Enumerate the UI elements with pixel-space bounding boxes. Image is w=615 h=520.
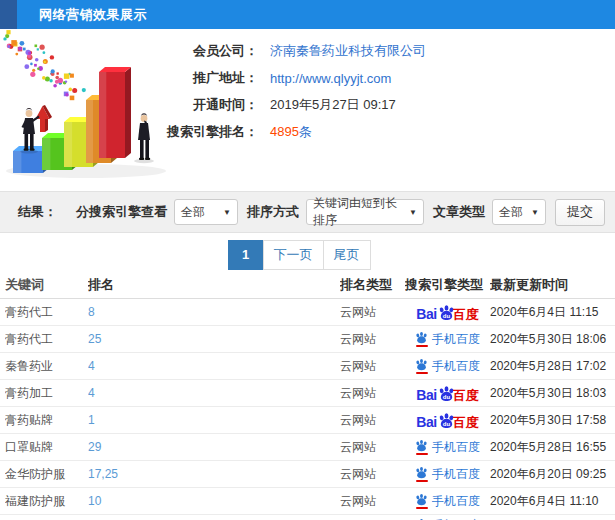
mobile-baidu-underline <box>416 507 428 509</box>
table-row: 秦鲁药业4云网站 手机百度 2020年5月28日 17:02 <box>0 353 615 380</box>
keyword-cell: 福建防护服 <box>5 493 88 510</box>
header-engine-type: 搜索引擎类型 <box>405 276 490 294</box>
svg-text:du: du <box>442 393 450 399</box>
open-time-value: 2019年5月27日 09:17 <box>270 96 396 114</box>
open-time-row: 开通时间： 2019年5月27日 09:17 <box>150 92 426 118</box>
engine-filter-label: 分搜索引擎查看 <box>76 203 167 221</box>
rank-link[interactable]: 17,25 <box>88 467 340 481</box>
rank-type-cell: 云网站 <box>340 331 405 348</box>
rank-link[interactable]: 25 <box>88 332 340 346</box>
engine-cell: 手机百度 <box>405 439 490 456</box>
table-row: 膏药贴牌1云网站 Bai du 百度 2020年5月30日 17:58 <box>0 407 615 434</box>
baidu-logo-cn: 百度 <box>453 416 479 429</box>
rank-link[interactable]: 10 <box>88 494 340 508</box>
header-rank-type: 排名类型 <box>340 276 405 294</box>
article-type-label: 文章类型 <box>433 203 485 221</box>
update-time-cell: 2020年5月30日 17:58 <box>490 412 615 429</box>
sort-filter-value: 关键词由短到长排序 <box>313 195 403 229</box>
titlebar: 网络营销效果展示 <box>0 0 615 29</box>
member-company-label: 会员公司： <box>150 42 258 60</box>
engine-rank-row: 搜索引擎排名： 4895条 <box>150 119 426 145</box>
promo-url-row: 推广地址： http://www.qlyyjt.com <box>150 65 426 91</box>
header-update-time: 最新更新时间 <box>490 276 615 294</box>
keyword-cell: 膏药贴牌 <box>5 412 88 429</box>
rank-type-cell: 云网站 <box>340 385 405 402</box>
promo-url-link[interactable]: http://www.qlyyjt.com <box>270 71 391 86</box>
mobile-baidu-label: 手机百度 <box>432 466 480 483</box>
rank-unit: 条 <box>299 124 312 139</box>
svg-text:du: du <box>442 312 450 318</box>
rank-count: 4895 <box>270 124 299 139</box>
engine-cell: 手机百度 <box>405 493 490 510</box>
table-row: 金华防护服17,25云网站 手机百度 2020年6月20日 09:25 <box>0 461 615 488</box>
baidu-paw-icon: du <box>438 304 455 321</box>
hero-section: 会员公司： 济南秦鲁药业科技有限公司 推广地址： http://www.qlyy… <box>0 29 615 187</box>
promo-url-label: 推广地址： <box>150 69 258 87</box>
pagination-last[interactable]: 尾页 <box>323 240 371 270</box>
sort-filter-select[interactable]: 关键词由短到长排序 ▼ <box>306 199 424 225</box>
engine-rank-value: 4895条 <box>270 123 312 141</box>
update-time-cell: 2020年5月30日 18:03 <box>490 385 615 402</box>
update-time-cell: 2020年6月4日 11:15 <box>490 304 615 321</box>
article-type-select[interactable]: 全部 ▼ <box>492 199 546 225</box>
rank-type-cell: 云网站 <box>340 493 405 510</box>
mobile-baidu-logo: 手机百度 <box>415 493 480 510</box>
rank-type-cell: 云网站 <box>340 358 405 375</box>
mobile-baidu-logo: 手机百度 <box>415 358 480 375</box>
mobile-baidu-logo: 手机百度 <box>415 331 480 348</box>
filter-controls: 分搜索引擎查看 全部 ▼ 排序方式 关键词由短到长排序 ▼ 文章类型 全部 ▼ … <box>76 199 605 226</box>
chevron-down-icon: ▼ <box>531 208 539 217</box>
update-time-cell: 2020年5月28日 17:02 <box>490 358 615 375</box>
filter-bar: 结果： 分搜索引擎查看 全部 ▼ 排序方式 关键词由短到长排序 ▼ 文章类型 全… <box>0 191 615 233</box>
submit-button[interactable]: 提交 <box>555 199 605 226</box>
sort-filter-label: 排序方式 <box>247 203 299 221</box>
mobile-baidu-logo: 手机百度 <box>415 439 480 456</box>
open-time-label: 开通时间： <box>150 96 258 114</box>
mobile-baidu-logo: 手机百度 <box>415 466 480 483</box>
rank-link[interactable]: 29 <box>88 440 340 454</box>
engine-cell: 手机百度 <box>405 358 490 375</box>
pagination-next[interactable]: 下一页 <box>263 240 324 270</box>
mobile-baidu-underline <box>416 372 428 374</box>
hero-illustration <box>0 30 172 184</box>
engine-rank-label: 搜索引擎排名： <box>150 123 258 141</box>
engine-cell: 手机百度 <box>405 515 490 520</box>
keyword-cell: 金华防护服 <box>5 466 88 483</box>
update-time-cell: 2020年5月28日 16:55 <box>490 439 615 456</box>
titlebar-left-accent <box>0 0 17 29</box>
rank-type-cell: 云网站 <box>340 439 405 456</box>
pagination: 1 下一页 尾页 <box>0 240 607 270</box>
table-row: 手机百度 <box>0 515 615 520</box>
baidu-paw-icon <box>415 439 428 452</box>
results-table-body: 膏药代工8云网站 Bai du 百度 2020年6月4日 11:15膏药代工25… <box>0 299 615 520</box>
engine-cell: Bai du 百度 <box>405 304 490 321</box>
table-row: 膏药加工4云网站 Bai du 百度 2020年5月30日 18:03 <box>0 380 615 407</box>
article-type-value: 全部 <box>499 204 523 221</box>
update-time-cell: 2020年6月4日 11:10 <box>490 493 615 510</box>
member-company-link[interactable]: 济南秦鲁药业科技有限公司 <box>270 42 426 60</box>
page-title: 网络营销效果展示 <box>39 6 147 24</box>
rank-link[interactable]: 1 <box>88 413 340 427</box>
pagination-page-1[interactable]: 1 <box>228 240 264 270</box>
rank-link[interactable]: 4 <box>88 386 340 400</box>
engine-cell: Bai du 百度 <box>405 385 490 402</box>
engine-filter-select[interactable]: 全部 ▼ <box>174 199 238 225</box>
table-row: 口罩贴牌29云网站 手机百度 2020年5月28日 16:55 <box>0 434 615 461</box>
baidu-logo: Bai du 百度 <box>416 412 478 429</box>
rank-link[interactable]: 4 <box>88 359 340 373</box>
baidu-logo: Bai du 百度 <box>416 385 478 402</box>
baidu-logo: Bai du 百度 <box>416 304 478 321</box>
rank-link[interactable] <box>88 515 340 517</box>
results-table: 关键词 排名 排名类型 搜索引擎类型 最新更新时间 膏药代工8云网站 Bai d… <box>0 272 615 520</box>
table-row: 福建防护服10云网站 手机百度 2020年6月4日 11:10 <box>0 488 615 515</box>
baidu-logo-cn: 百度 <box>453 308 479 321</box>
rank-link[interactable]: 8 <box>88 305 340 319</box>
mobile-baidu-label: 手机百度 <box>432 439 480 456</box>
chevron-down-icon: ▼ <box>409 208 417 217</box>
mobile-baidu-underline <box>416 453 428 455</box>
header-keyword: 关键词 <box>5 276 88 294</box>
member-info: 会员公司： 济南秦鲁药业科技有限公司 推广地址： http://www.qlyy… <box>150 38 426 146</box>
keyword-cell: 膏药代工 <box>5 331 88 348</box>
table-row: 膏药代工25云网站 手机百度 2020年5月30日 18:06 <box>0 326 615 353</box>
keyword-cell: 膏药代工 <box>5 304 88 321</box>
